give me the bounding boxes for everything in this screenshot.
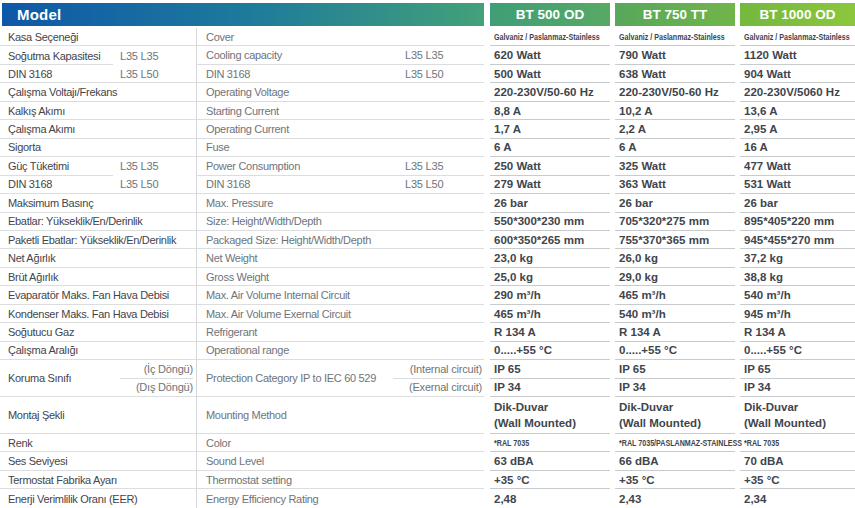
spec-value-bt-750-tt: 325 Watt: [615, 157, 735, 175]
spec-value-bt-1000-od: R 134 A: [740, 323, 855, 341]
spec-label-tr: Montaj Şekli: [8, 409, 64, 421]
tr-label-cell: Soğutma KapasitesiL35 L35: [0, 46, 196, 64]
spec-row: Çalışma Voltajı/FrekansOperating Voltage…: [0, 83, 855, 101]
spec-value-bt-500-od: 620 Watt: [490, 46, 610, 64]
spec-label-tr: DIN 3168: [8, 68, 52, 80]
spec-row: Brüt AğırlıkGross Weight25,0 kg29,0 kg38…: [0, 268, 855, 286]
value-top: IP 65: [490, 360, 610, 378]
spec-value-bt-750-tt: 363 Watt: [615, 176, 735, 194]
spec-value-text: 16 A: [744, 141, 768, 153]
spec-value-bt-1000-od: 0.....+55 °C: [740, 342, 855, 360]
tr-label-cell: DIN 3168L35 L50: [0, 65, 196, 83]
spec-value-text: 2,2 A: [619, 123, 646, 135]
spec-value-bt-1000-od: 477 Watt: [740, 157, 855, 175]
en-label-cell: Mounting Method: [196, 397, 484, 434]
spec-label-en: Operating Voltage: [206, 86, 289, 98]
spec-value-text: 1120 Watt: [744, 49, 797, 61]
tr-label-cell: Kasa Seçeneği: [0, 28, 196, 46]
en-label-cell: Sound Level: [196, 452, 484, 470]
spec-value-bt-1000-od: 2,34: [740, 489, 855, 507]
spec-value-bt-750-tt: 465 m³/h: [615, 286, 735, 304]
spec-value-text: 620 Watt: [494, 49, 541, 61]
tr-label-cell: Evaparatör Maks. Fan Hava Debisi: [0, 286, 196, 304]
spec-sublabel-en: L35 L50: [405, 178, 443, 190]
spec-value-text: 66 dBA: [619, 455, 659, 467]
spec-value-text: 220-230V/50-60 Hz: [619, 86, 719, 98]
tr-label-cell: Maksimum Basınç: [0, 194, 196, 212]
spec-value-text: 790 Watt: [619, 49, 666, 61]
spec-value-bt-500-od: 26 bar: [490, 194, 610, 212]
spec-label-en: Max. Pressure: [206, 197, 273, 209]
spec-value-text: R 134 A: [619, 326, 661, 338]
spec-value-text: 23,0 kg: [494, 252, 533, 264]
spec-label-en: Mounting Method: [206, 409, 287, 421]
spec-value-bt-1000-od: 220-230V/5060 Hz: [740, 83, 855, 101]
spec-value-bt-500-od: Dik-Duvar(Wall Mounted): [490, 397, 610, 434]
spec-value-text: 363 Watt: [619, 178, 666, 190]
spec-value-bt-1000-od: 38,8 kg: [740, 268, 855, 286]
spec-value-text: 2,48: [494, 493, 516, 505]
spec-label-tr: Net Ağırlık: [8, 252, 55, 264]
spec-label-en: Refrigerant: [206, 326, 257, 338]
spec-row: Paketli Ebatlar: Yükseklik/En/DerinlikPa…: [0, 231, 855, 249]
tr-label-cell: Ses Seviyesi: [0, 452, 196, 470]
en-label-cell: Fuse: [196, 139, 484, 157]
en-label-cell: Operating Current: [196, 120, 484, 138]
tr-label-cell: Koruma Sınıfı(İç Döngü)(Dış Döngü): [0, 360, 196, 397]
product-header-bt-1000-od: BT 1000 OD: [740, 3, 855, 26]
spec-value-text: 755*370*365 mm: [619, 234, 709, 246]
spec-value-text: 38,8 kg: [744, 271, 783, 283]
value-bottom: IP 34: [740, 379, 855, 396]
spec-value-bt-500-od: 600*350*265 mm: [490, 231, 610, 249]
spec-value-bt-750-tt: 10,2 A: [615, 102, 735, 120]
tr-label-cell: Kondenser Maks. Fan Hava Debisi: [0, 305, 196, 323]
spec-value-text: R 134 A: [744, 326, 786, 338]
spec-sublabel-en: (Exernal circuit): [409, 381, 482, 393]
spec-label-en: Max. Air Volume Internal Circuit: [206, 289, 350, 301]
tr-label-cell: Brüt Ağırlık: [0, 268, 196, 286]
spec-label-tr: Kondenser Maks. Fan Hava Debisi: [8, 308, 169, 320]
spec-value-text: Galvaniz / Paslanmaz-Stainless: [619, 32, 725, 42]
spec-value-bt-750-tt: 638 Watt: [615, 65, 735, 83]
spec-value-bt-750-tt: 2,43: [615, 489, 735, 507]
tr-sublabel-bottom: (Dış Döngü): [120, 379, 193, 396]
tr-label-cell: Termostat Fabrika Ayarı: [0, 471, 196, 489]
spec-value-bt-500-od: 8,8 A: [490, 102, 610, 120]
spec-value-bt-750-tt: Galvaniz / Paslanmaz-Stainless: [615, 28, 735, 46]
value-bottom: IP 34: [615, 379, 735, 396]
en-label-cell: Cooling capacityL35 L35: [196, 46, 484, 64]
tr-label-cell: Ebatlar: Yükseklik/En/Derinlik: [0, 213, 196, 231]
spec-value-bt-500-od: 550*300*230 mm: [490, 213, 610, 231]
spec-sublabel-tr: L35 L50: [120, 178, 158, 190]
spec-value-bt-500-od: 1,7 A: [490, 120, 610, 138]
spec-value-bt-1000-od: Galvaniz / Paslanmaz-Stainless: [740, 28, 855, 46]
spec-value-text: 220-230V/5060 Hz: [744, 86, 840, 98]
spec-value-text: 0.....+55 °C: [744, 344, 802, 356]
spec-value-text: 13,6 A: [744, 105, 777, 117]
value-top: IP 65: [740, 360, 855, 378]
spec-label-tr: Çalışma Voltajı/Frekans: [8, 86, 117, 98]
en-sublabel-top: (Internal circuit): [393, 360, 482, 378]
spec-value-text: 904 Watt: [744, 68, 791, 80]
spec-value-bt-500-od: 2,48: [490, 489, 610, 507]
spec-value-text: 550*300*230 mm: [494, 215, 584, 227]
spec-value-bt-500-od: 25,0 kg: [490, 268, 610, 286]
spec-value-text: 8,8 A: [494, 105, 521, 117]
en-label-cell: Gross Weight: [196, 268, 484, 286]
spec-value-text: Galvaniz / Paslanmaz-Stainless: [744, 32, 850, 42]
spec-value-bt-1000-od: +35 °C: [740, 471, 855, 489]
spec-row: Montaj ŞekliMounting MethodDik-Duvar(Wal…: [0, 397, 855, 434]
value-top: IP 65: [615, 360, 735, 378]
spec-value-bt-500-od: 23,0 kg: [490, 249, 610, 267]
spec-value-text: 26,0 kg: [619, 252, 658, 264]
spec-row: Kalkış AkımıStarting Current8,8 A10,2 A1…: [0, 102, 855, 120]
spec-value-bt-1000-od: 13,6 A: [740, 102, 855, 120]
spec-value-bt-500-od: 500 Watt: [490, 65, 610, 83]
spec-value-bt-750-tt: 26,0 kg: [615, 249, 735, 267]
spec-label-en: Gross Weight: [206, 271, 269, 283]
tr-label-cell: Montaj Şekli: [0, 397, 196, 434]
spec-label-tr: Termostat Fabrika Ayarı: [8, 474, 117, 486]
spec-value-text: 26 bar: [744, 197, 778, 209]
spec-value-bt-500-od: 250 Watt: [490, 157, 610, 175]
spec-value-bt-750-tt: 790 Watt: [615, 46, 735, 64]
